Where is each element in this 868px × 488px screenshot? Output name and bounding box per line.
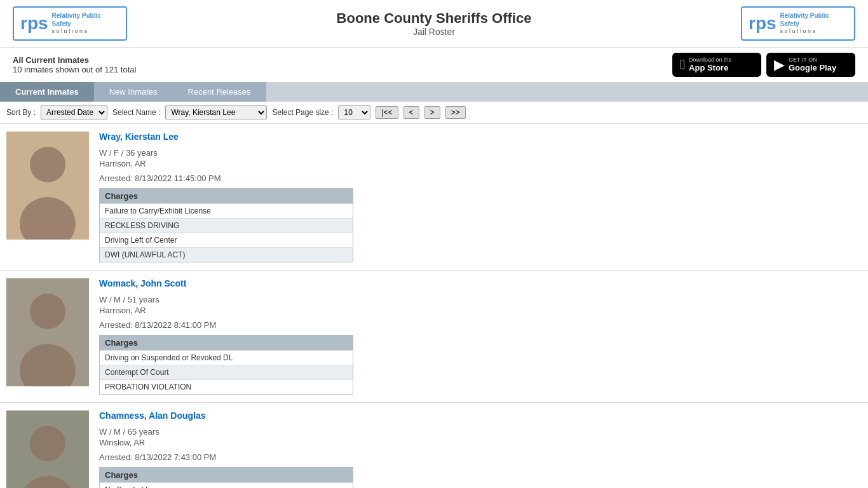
inmate-demographics: W / M / 51 years [99, 295, 862, 304]
svg-point-7 [30, 426, 65, 461]
inmate-row: Wray, Kierstan LeeW / F / 36 yearsHarris… [0, 124, 868, 271]
tab-new-inmates[interactable]: New Inmates [94, 82, 173, 102]
googleplay-small: GET IT ON [789, 57, 836, 63]
appstore-text: Download on the App Store [689, 57, 732, 72]
inmate-list: Wray, Kierstan LeeW / F / 36 yearsHarris… [0, 124, 868, 488]
appstore-big: App Store [689, 63, 732, 72]
nav-first-button[interactable]: |<< [376, 106, 398, 119]
inmate-summary: All Current Inmates 10 inmates shown out… [13, 55, 136, 74]
charges-table: ChargesFailure to Carry/Exhibit LicenseR… [99, 188, 353, 262]
inmate-location: Winslow, AR [99, 438, 862, 447]
charges-header: Charges [100, 468, 353, 482]
appstore-button[interactable]:  Download on the App Store [672, 53, 761, 77]
page-title: Boone County Sheriffs Office [337, 10, 532, 27]
app-buttons-container:  Download on the App Store ▶ GET IT ON … [672, 53, 855, 77]
inmate-location: Harrison, AR [99, 159, 862, 168]
sort-label: Sort By : [6, 108, 36, 117]
logo-text-right: Relativity Public Safety s o l u t i o n… [780, 11, 848, 36]
inmate-info: Womack, John ScottW / M / 51 yearsHarris… [99, 278, 862, 395]
nav-prev-button[interactable]: < [403, 106, 419, 119]
charge-row: PROBATION VIOLATION [100, 379, 353, 394]
tab-spacer [266, 82, 868, 102]
toolbar: Sort By : Arrested Date Name Release Dat… [0, 102, 868, 124]
inmate-arrested: Arrested: 8/13/2022 8:41:00 PM [99, 320, 862, 330]
logo-right: rps Relativity Public Safety s o l u t i… [741, 6, 855, 41]
charge-row: No Proof of Insurance [100, 482, 353, 488]
pagesize-label: Select Page size : [272, 108, 333, 117]
sort-select[interactable]: Arrested Date Name Release Date [41, 105, 107, 119]
apple-icon:  [680, 57, 685, 73]
inmate-name[interactable]: Chamness, Alan Douglas [99, 410, 862, 421]
inmate-name[interactable]: Wray, Kierstan Lee [99, 132, 862, 142]
logo-rps-left: rps [20, 15, 48, 32]
inmate-name[interactable]: Womack, John Scott [99, 278, 862, 288]
inmate-row: Chamness, Alan DouglasW / M / 65 yearsWi… [0, 403, 868, 488]
googleplay-text: GET IT ON Google Play [789, 57, 836, 72]
svg-point-1 [30, 147, 65, 182]
inmate-arrested: Arrested: 8/13/2022 11:45:00 PM [99, 173, 862, 183]
googleplay-button[interactable]: ▶ GET IT ON Google Play [766, 53, 855, 77]
inmate-arrested: Arrested: 8/13/2022 7:43:00 PM [99, 452, 862, 462]
header-center: Boone County Sheriffs Office Jail Roster [337, 10, 532, 37]
inmate-photo [6, 132, 89, 240]
summary-title: All Current Inmates [13, 55, 89, 65]
inmate-info: Chamness, Alan DouglasW / M / 65 yearsWi… [99, 410, 862, 488]
inmate-demographics: W / M / 65 years [99, 427, 862, 437]
summary-count: 10 inmates shown out of 121 total [13, 65, 136, 74]
charge-row: Failure to Carry/Exhibit License [100, 203, 353, 218]
appstore-small: Download on the [689, 57, 732, 63]
page-header: rps Relativity Public Safety s o l u t i… [0, 0, 868, 48]
nav-next-button[interactable]: > [424, 106, 440, 119]
svg-point-4 [30, 294, 65, 329]
inmate-photo [6, 278, 89, 386]
inmate-info: Wray, Kierstan LeeW / F / 36 yearsHarris… [99, 132, 862, 262]
googleplay-icon: ▶ [774, 57, 785, 73]
charges-table: ChargesNo Proof of InsuranceDWI - OPERAT… [99, 467, 353, 488]
page-subtitle: Jail Roster [337, 27, 532, 37]
nav-last-button[interactable]: >> [445, 106, 466, 119]
charges-table: ChargesDriving on Suspended or Revoked D… [99, 335, 353, 395]
name-label: Select Name : [112, 108, 160, 117]
tab-recent-releases[interactable]: Recent Releases [173, 82, 266, 102]
charge-row: DWI (UNLAWFUL ACT) [100, 247, 353, 262]
tab-bar: Current Inmates New Inmates Recent Relea… [0, 82, 868, 102]
googleplay-big: Google Play [789, 63, 836, 72]
inmate-demographics: W / F / 36 years [99, 148, 862, 158]
charges-header: Charges [100, 189, 353, 203]
logo-left: rps Relativity Public Safety s o l u t i… [13, 6, 127, 41]
logo-text-left: Relativity Public Safety s o l u t i o n… [52, 11, 119, 36]
inmate-photo [6, 410, 89, 488]
charges-header: Charges [100, 336, 353, 350]
charge-row: Driving Left of Center [100, 233, 353, 247]
inmate-row: Womack, John ScottW / M / 51 yearsHarris… [0, 271, 868, 403]
charge-row: RECKLESS DRIVING [100, 218, 353, 233]
charge-row: Contempt Of Court [100, 365, 353, 379]
logo-rps-right: rps [749, 15, 776, 32]
tab-current-inmates[interactable]: Current Inmates [0, 82, 94, 102]
inmate-location: Harrison, AR [99, 306, 862, 315]
name-select[interactable]: Wray, Kierstan Lee [165, 105, 267, 119]
pagesize-select[interactable]: 10 25 50 100 [338, 105, 370, 119]
charge-row: Driving on Suspended or Revoked DL [100, 350, 353, 365]
